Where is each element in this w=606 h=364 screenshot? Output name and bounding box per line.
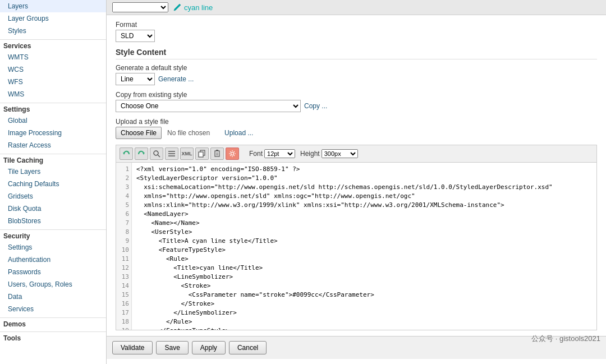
code-line: <Name></Name> (136, 219, 592, 228)
format-label: Format (116, 21, 597, 29)
validate-button[interactable]: Validate (112, 341, 153, 354)
cancel-button[interactable]: Cancel (229, 341, 267, 354)
code-line: <Rule> (136, 255, 592, 264)
code-line: xsi:schemaLocation="http://www.opengis.n… (136, 183, 592, 192)
toolbar-copy-btn[interactable] (195, 148, 209, 160)
cyan-line-label: cyan line (184, 3, 213, 12)
code-line: </Rule> (136, 317, 592, 326)
svg-rect-8 (199, 152, 203, 157)
code-line: </FeatureTypeStyle> (136, 326, 592, 330)
choose-file-button[interactable]: Choose File (116, 127, 162, 139)
line-number: 11 (118, 255, 129, 264)
svg-point-2 (154, 151, 158, 155)
font-size-select[interactable]: 12pt 8pt 10pt 14pt (264, 149, 295, 158)
line-number: 9 (118, 237, 129, 246)
svg-line-3 (158, 155, 160, 157)
upload-button[interactable]: Upload ... (224, 129, 253, 137)
sidebar-item-tile-layers[interactable]: Tile Layers (0, 165, 106, 178)
upload-style-label: Upload a style file (116, 118, 597, 126)
sidebar-item-caching-defaults[interactable]: Caching Defaults (0, 178, 106, 190)
toolbar-indent-btn[interactable] (165, 148, 178, 160)
code-line: <NamedLayer> (136, 210, 592, 219)
svg-marker-0 (123, 153, 125, 155)
generate-button[interactable]: Generate ... (158, 75, 194, 83)
pencil-icon (173, 3, 182, 12)
code-line: <UserStyle> (136, 228, 592, 237)
editor-toolbar: XML Font 12pt 8pt 10pt 14pt (116, 145, 597, 162)
line-number: 4 (118, 192, 129, 201)
height-label: Height (300, 150, 320, 158)
sidebar: Layers Layer Groups Styles Services WMTS… (0, 0, 107, 364)
sidebar-item-layers[interactable]: Layers (0, 0, 106, 12)
sidebar-item-raster-access[interactable]: Raster Access (0, 139, 106, 151)
format-select[interactable]: SLD CSS YSLD (116, 30, 155, 42)
line-number: 3 (118, 183, 129, 192)
code-line: </Stroke> (136, 300, 592, 308)
style-name-select[interactable] (112, 2, 168, 12)
sidebar-item-authentication[interactable]: Authentication (0, 254, 106, 266)
line-number: 10 (118, 246, 129, 255)
settings-section-header: Settings (0, 103, 106, 114)
copy-style-select[interactable]: Choose One (116, 100, 301, 112)
line-number: 17 (118, 308, 129, 317)
font-label: Font (249, 150, 263, 158)
apply-button[interactable]: Apply (192, 341, 226, 354)
copy-button[interactable]: Copy ... (304, 102, 327, 110)
upload-style-row: Upload a style file Choose File No file … (116, 118, 597, 139)
style-content-title: Style Content (116, 48, 597, 59)
sidebar-item-styles[interactable]: Styles (0, 25, 106, 37)
sidebar-item-blobstores[interactable]: BlobStores (0, 215, 106, 227)
code-line: <?xml version="1.0" encoding="ISO-8859-1… (136, 165, 592, 174)
sidebar-item-data[interactable]: Data (0, 291, 106, 303)
line-number: 2 (118, 174, 129, 183)
save-button[interactable]: Save (156, 341, 188, 354)
sidebar-item-users-groups-roles[interactable]: Users, Groups, Roles (0, 278, 106, 291)
pen-cyan-area: cyan line (173, 3, 213, 12)
svg-marker-1 (143, 153, 145, 155)
sidebar-item-image-processing[interactable]: Image Processing (0, 127, 106, 139)
code-content[interactable]: <?xml version="1.0" encoding="ISO-8859-1… (132, 163, 596, 330)
sidebar-item-services[interactable]: Services (0, 303, 106, 315)
demos-section-header: Demos (0, 317, 106, 329)
line-number: 1 (118, 165, 129, 174)
toolbar-paste-btn[interactable] (210, 148, 224, 160)
sidebar-item-layer-groups[interactable]: Layer Groups (0, 12, 106, 25)
copy-style-row: Copy from existing style Choose One Copy… (116, 91, 597, 112)
security-section-header: Security (0, 229, 106, 241)
code-line: xmlns="http://www.opengis.net/sld" xmlns… (136, 192, 592, 201)
code-line: <Title>A cyan line style</Title> (136, 237, 592, 246)
line-numbers: 123456789101112131415161718192021222324 (116, 163, 132, 330)
toolbar-settings-btn[interactable] (226, 148, 239, 160)
sidebar-item-wcs[interactable]: WCS (0, 63, 106, 76)
sidebar-item-disk-quota[interactable]: Disk Quota (0, 202, 106, 215)
code-editor[interactable]: 123456789101112131415161718192021222324 … (116, 162, 597, 330)
toolbar-redo-btn[interactable] (135, 148, 148, 160)
line-number: 18 (118, 317, 129, 326)
generate-type-select[interactable]: Line Point Polygon Raster (116, 73, 155, 85)
action-bar: Validate Save Apply Cancel (107, 336, 606, 359)
editor-section: XML Font 12pt 8pt 10pt 14pt (116, 145, 597, 330)
svg-rect-9 (215, 151, 219, 156)
sidebar-item-wms[interactable]: WMS (0, 88, 106, 100)
code-line: <FeatureTypeStyle> (136, 246, 592, 255)
copy-style-label: Copy from existing style (116, 91, 597, 99)
caching-section-header: Tile Caching (0, 154, 106, 165)
sidebar-item-security-settings[interactable]: Settings (0, 241, 106, 254)
line-number: 19 (118, 326, 129, 330)
line-number: 6 (118, 210, 129, 219)
sidebar-item-global[interactable]: Global (0, 114, 106, 127)
toolbar-find-btn[interactable] (150, 148, 163, 160)
line-number: 8 (118, 228, 129, 237)
line-number: 16 (118, 300, 129, 308)
sidebar-item-passwords[interactable]: Passwords (0, 266, 106, 278)
height-select[interactable]: 300px 200px 400px 500px (322, 149, 358, 158)
sidebar-item-gridsets[interactable]: Gridsets (0, 190, 106, 202)
no-file-text: No file chosen (167, 129, 210, 137)
topbar: cyan line (107, 0, 606, 15)
toolbar-undo-btn[interactable] (120, 148, 133, 160)
sidebar-item-wfs[interactable]: WFS (0, 76, 106, 88)
code-line: <Stroke> (136, 282, 592, 291)
code-line: <LineSymbolizer> (136, 273, 592, 282)
sidebar-item-wmts[interactable]: WMTS (0, 51, 106, 63)
toolbar-xml-btn[interactable]: XML (180, 148, 194, 160)
